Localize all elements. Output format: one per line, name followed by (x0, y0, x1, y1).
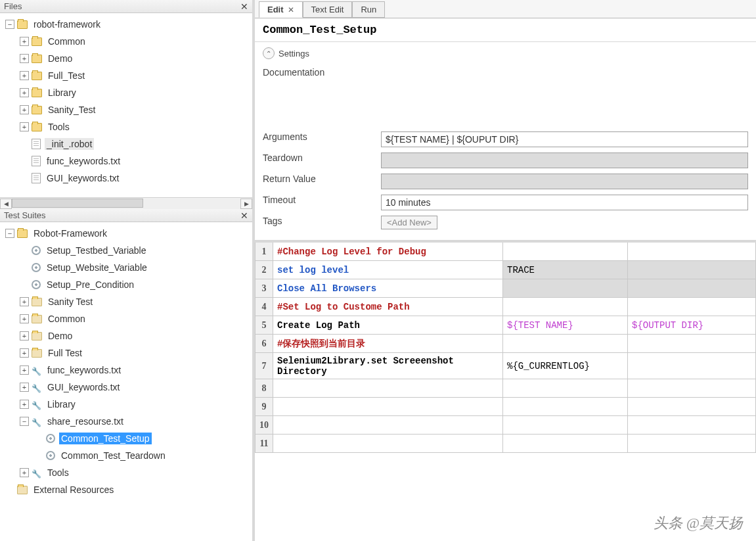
tab-text-edit[interactable]: Text Edit (303, 1, 353, 18)
close-icon[interactable]: ✕ (240, 210, 248, 221)
expand-icon[interactable]: + (20, 88, 29, 97)
grid-cell[interactable] (503, 298, 628, 316)
grid-cell[interactable] (628, 435, 756, 453)
suites-tree[interactable]: −Robot-Framework Setup_Testbed_Variable … (0, 222, 252, 541)
grid-cell[interactable] (628, 279, 756, 298)
grid-cell[interactable]: #保存快照到当前目录 (273, 335, 503, 353)
teardown-input[interactable] (381, 153, 748, 168)
tree-item[interactable]: Setup_Pre_Condition (45, 279, 136, 291)
tree-item[interactable]: GUI_keywords.txt (45, 381, 122, 393)
grid-cell[interactable]: Create Log Path (273, 316, 503, 335)
add-tag-button[interactable]: <Add New> (381, 216, 437, 229)
tree-item[interactable]: Library (45, 398, 78, 410)
scroll-thumb[interactable] (12, 199, 143, 208)
grid-cell[interactable] (628, 398, 756, 416)
grid-cell[interactable]: ${OUTPUT DIR} (628, 316, 756, 335)
grid-cell[interactable] (628, 335, 756, 353)
grid-cell[interactable] (503, 398, 628, 416)
grid-cell[interactable] (503, 279, 628, 298)
grid-cell[interactable]: set log level (273, 261, 503, 279)
row-number: 3 (255, 279, 273, 298)
tree-item[interactable]: GUI_keywords.txt (45, 172, 121, 184)
close-icon[interactable]: ✕ (288, 5, 294, 14)
tree-item[interactable]: Setup_Testbed_Variable (45, 245, 148, 256)
expand-icon[interactable]: + (20, 383, 29, 392)
tree-item[interactable]: Tools (46, 121, 72, 133)
tree-item[interactable]: Robot-Framework (32, 227, 109, 239)
chevron-up-icon[interactable]: ⌃ (263, 47, 275, 59)
tab-run[interactable]: Run (352, 1, 385, 18)
timeout-input[interactable] (381, 195, 748, 210)
grid-cell[interactable] (273, 416, 503, 435)
tree-item[interactable]: External Resources (32, 484, 116, 496)
tree-item[interactable]: Sanity Test (46, 296, 95, 308)
tree-item[interactable]: Setup_Website_Variable (45, 262, 149, 273)
expand-icon[interactable]: + (20, 400, 29, 409)
tree-item[interactable]: func_keywords.txt (45, 364, 123, 376)
scroll-left-icon[interactable]: ◀ (0, 199, 12, 209)
grid-cell[interactable] (628, 416, 756, 435)
row-number: 6 (255, 335, 273, 353)
grid-cell[interactable] (503, 379, 628, 398)
tree-item[interactable]: robot-framework (32, 18, 102, 30)
grid-cell[interactable]: #Change Log Level for Debug (273, 243, 503, 261)
return-input[interactable] (381, 174, 748, 189)
collapse-icon[interactable]: − (20, 417, 29, 426)
grid-cell[interactable] (628, 261, 756, 279)
tree-item[interactable]: _init_.robot (45, 138, 94, 150)
grid-cell[interactable]: Close All Browsers (273, 279, 503, 298)
grid-cell[interactable] (503, 416, 628, 435)
suites-panel-header: Test Suites ✕ (0, 209, 252, 222)
grid-cell[interactable] (503, 243, 628, 261)
expand-icon[interactable]: + (20, 348, 29, 358)
tree-item[interactable]: share_resourse.txt (45, 415, 125, 427)
grid-cell[interactable] (273, 398, 503, 416)
collapse-icon[interactable]: − (5, 229, 14, 238)
grid-cell[interactable] (273, 435, 503, 453)
tree-item[interactable]: Full_Test (46, 70, 87, 82)
tree-item[interactable]: Common (46, 313, 87, 325)
grid-cell[interactable]: ${TEST NAME} (503, 316, 628, 335)
grid-cell[interactable]: TRACE (503, 261, 628, 279)
grid-cell[interactable] (628, 298, 756, 316)
grid-cell[interactable] (628, 243, 756, 261)
expand-icon[interactable]: + (20, 71, 29, 80)
tab-edit[interactable]: Edit✕ (259, 1, 303, 18)
grid-cell[interactable] (628, 379, 756, 398)
expand-icon[interactable]: + (20, 37, 29, 46)
expand-icon[interactable]: + (20, 314, 29, 323)
grid-cell[interactable] (503, 335, 628, 353)
expand-icon[interactable]: + (20, 331, 29, 341)
expand-icon[interactable]: + (20, 297, 29, 306)
arguments-input[interactable] (381, 131, 748, 147)
collapse-icon[interactable]: − (5, 20, 14, 29)
tree-item[interactable]: Sanity_Test (46, 104, 97, 116)
expand-icon[interactable]: + (20, 365, 29, 375)
grid-cell[interactable] (273, 379, 503, 398)
grid-cell[interactable] (503, 435, 628, 453)
wrench-icon (32, 417, 41, 427)
tree-item[interactable]: Demo (46, 330, 74, 342)
scroll-right-icon[interactable]: ▶ (240, 199, 252, 209)
keyword-grid[interactable]: 1#Change Log Level for Debug2set log lev… (255, 240, 756, 453)
tree-item[interactable]: Library (46, 87, 78, 99)
tree-item[interactable]: Full Test (46, 347, 84, 359)
expand-icon[interactable]: + (20, 54, 29, 63)
grid-cell[interactable] (628, 353, 756, 379)
h-scrollbar[interactable]: ◀ ▶ (0, 197, 252, 209)
tree-item[interactable]: Tools (45, 467, 71, 479)
grid-cell[interactable]: %{G_CURRENTLOG} (503, 353, 628, 379)
tree-item-selected[interactable]: Common_Test_Setup (59, 433, 152, 444)
wrench-icon (32, 383, 41, 392)
files-tree[interactable]: −robot-framework +Common +Demo +Full_Tes… (0, 13, 252, 197)
tree-item[interactable]: Common (46, 35, 87, 47)
grid-cell[interactable]: Selenium2Library.set Screeenshot Directo… (273, 353, 503, 379)
tree-item[interactable]: func_keywords.txt (45, 155, 122, 167)
tree-item[interactable]: Common_Test_Teardown (59, 450, 167, 461)
expand-icon[interactable]: + (20, 468, 29, 477)
expand-icon[interactable]: + (20, 105, 29, 114)
grid-cell[interactable]: #Set Log to Custome Path (273, 298, 503, 316)
close-icon[interactable]: ✕ (240, 1, 248, 12)
expand-icon[interactable]: + (20, 122, 29, 131)
tree-item[interactable]: Demo (46, 53, 74, 64)
